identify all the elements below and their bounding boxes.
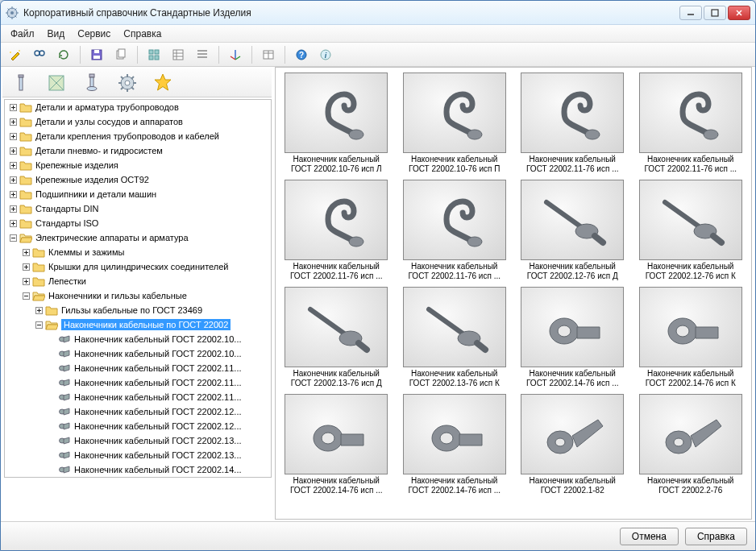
thumbnail-item[interactable]: Наконечник кабельный ГОСТ 22002.12-76 ис… xyxy=(635,180,747,280)
tree-leaf[interactable]: Наконечник кабельный ГОСТ 22002.12... xyxy=(5,419,271,433)
thumbnail-item[interactable]: Наконечник кабельный ГОСТ 22002.14-76 ис… xyxy=(635,287,747,387)
tree-leaf[interactable]: Наконечник кабельный ГОСТ 22002.11... xyxy=(5,390,271,404)
thumbnail-item[interactable]: Наконечник кабельный ГОСТ 22002.11-76 ис… xyxy=(635,72,747,173)
menu-file[interactable]: Файл xyxy=(4,27,41,41)
expander-icon[interactable] xyxy=(8,131,18,141)
menu-service[interactable]: Сервис xyxy=(71,27,117,41)
thumbnail-item[interactable]: Наконечник кабельный ГОСТ 22002.12-76 ис… xyxy=(517,180,629,280)
tb-axes-icon[interactable] xyxy=(224,44,247,65)
tree-folder[interactable]: Детали крепления трубопроводов и кабелей xyxy=(5,129,271,143)
tree-folder[interactable]: Крепежные изделия xyxy=(5,158,271,172)
tb-copy-icon[interactable] xyxy=(110,44,132,65)
expander-icon[interactable] xyxy=(47,436,56,445)
expander-icon[interactable] xyxy=(47,334,56,344)
cancel-button[interactable]: Отмена xyxy=(620,528,679,545)
tree-folder[interactable]: Гильзы кабельные по ГОСТ 23469 xyxy=(5,303,271,317)
tb-view-list-icon[interactable] xyxy=(167,44,189,65)
tree-folder[interactable]: Стандарты DIN xyxy=(5,201,271,216)
tree-folder[interactable]: Детали и узлы сосудов и аппаратов xyxy=(5,114,271,129)
expander-icon[interactable] xyxy=(8,189,18,199)
expander-icon[interactable] xyxy=(21,262,31,271)
tree-folder[interactable]: Стандарты ISO xyxy=(5,216,271,230)
tree-folder[interactable]: Детали и арматура трубопроводов xyxy=(5,100,271,114)
tree-leaf[interactable]: Наконечник кабельный ГОСТ 22002.11... xyxy=(5,361,271,375)
tab-section[interactable] xyxy=(41,69,72,97)
tab-gear[interactable] xyxy=(112,69,143,97)
expander-icon[interactable] xyxy=(8,117,18,126)
expander-icon[interactable] xyxy=(47,407,56,416)
tb-save-icon[interactable] xyxy=(85,44,108,65)
close-button[interactable] xyxy=(728,6,750,20)
tb-view-details-icon[interactable] xyxy=(191,44,214,65)
expander-icon[interactable] xyxy=(21,291,31,300)
expander-icon[interactable] xyxy=(8,204,18,213)
tree-leaf[interactable]: Наконечник кабельный ГОСТ 22002.13... xyxy=(5,448,271,462)
thumbnail-item[interactable]: Наконечник кабельный ГОСТ 22002.11-76 ис… xyxy=(399,180,511,280)
maximize-button[interactable] xyxy=(704,6,726,20)
expander-icon[interactable] xyxy=(8,160,18,170)
tb-view-large-icon[interactable] xyxy=(143,44,165,65)
tb-search-icon[interactable] xyxy=(28,44,51,65)
tree-panel[interactable]: Детали и арматура трубопроводовДетали и … xyxy=(4,99,272,478)
tree-leaf[interactable]: Наконечник кабельный ГОСТ 22002.11... xyxy=(5,375,271,390)
expander-icon[interactable] xyxy=(47,421,56,431)
expander-icon[interactable] xyxy=(8,146,18,155)
tb-refresh-icon[interactable] xyxy=(52,44,75,65)
help-button[interactable]: Справка xyxy=(685,528,747,545)
thumbnail-item[interactable]: Наконечник кабельный ГОСТ 22002.10-76 ис… xyxy=(280,72,393,173)
tree-folder[interactable]: Лепестки xyxy=(5,274,271,288)
tree-folder[interactable]: Наконечники кабельные по ГОСТ 22002 xyxy=(5,317,271,332)
tree-label: Крепежные изделия ОСТ92 xyxy=(35,175,149,184)
tree-folder[interactable]: Наконечники и гильзы кабельные xyxy=(5,288,271,303)
tab-star[interactable] xyxy=(147,69,178,97)
expander-icon[interactable] xyxy=(34,320,44,329)
tree-leaf[interactable]: Наконечник кабельный ГОСТ 22002.14... xyxy=(5,462,271,477)
tree-folder[interactable]: Детали пневмо- и гидросистем xyxy=(5,143,271,158)
expander-icon[interactable] xyxy=(8,102,18,112)
expander-icon[interactable] xyxy=(21,247,31,257)
tree-folder[interactable]: Клеммы и зажимы xyxy=(5,245,271,259)
tree-leaf[interactable]: Наконечник кабельный ГОСТ 22002.10... xyxy=(5,332,271,346)
expander-icon[interactable] xyxy=(47,465,56,474)
expander-icon[interactable] xyxy=(47,363,56,373)
menu-view[interactable]: Вид xyxy=(41,27,72,41)
thumbnail-caption: Наконечник кабельный ГОСТ 22002.11-76 ис… xyxy=(284,262,388,280)
thumbnail-item[interactable]: Наконечник кабельный ГОСТ 22002.13-76 ис… xyxy=(280,287,393,387)
tree-leaf[interactable]: Наконечник кабельный ГОСТ 22002.13... xyxy=(5,433,271,448)
svg-point-58 xyxy=(585,130,600,139)
tree-folder[interactable]: Подшипники и детали машин xyxy=(5,187,271,201)
expander-icon[interactable] xyxy=(47,392,56,402)
tb-help-icon[interactable]: ? xyxy=(290,44,313,65)
tree-folder[interactable]: Крепежные изделия ОСТ92 xyxy=(5,172,271,187)
thumbnail-panel[interactable]: Наконечник кабельный ГОСТ 22002.10-76 ис… xyxy=(275,67,752,520)
tab-bolt[interactable] xyxy=(6,69,36,97)
expander-icon[interactable] xyxy=(8,175,18,184)
expander-icon[interactable] xyxy=(34,305,44,315)
tree-folder[interactable]: Электрические аппараты и арматура xyxy=(5,230,271,245)
expander-icon[interactable] xyxy=(8,233,18,242)
minimize-button[interactable] xyxy=(679,6,702,20)
thumbnail-item[interactable]: Наконечник кабельный ГОСТ 22002.10-76 ис… xyxy=(399,72,511,173)
expander-icon[interactable] xyxy=(8,218,18,228)
expander-icon[interactable] xyxy=(47,349,56,358)
thumbnail-item[interactable]: Наконечник кабельный ГОСТ 22002.14-76 ис… xyxy=(399,394,511,495)
thumbnail-item[interactable]: Наконечник кабельный ГОСТ 22002.14-76 ис… xyxy=(517,287,629,387)
thumbnail-item[interactable]: Наконечник кабельный ГОСТ 22002.2-76 xyxy=(635,394,747,495)
expander-icon[interactable] xyxy=(21,276,31,286)
expander-icon[interactable] xyxy=(47,378,56,387)
expander-icon[interactable] xyxy=(47,450,56,460)
tab-assembly[interactable] xyxy=(77,69,107,97)
thumbnail-item[interactable]: Наконечник кабельный ГОСТ 22002.11-76 ис… xyxy=(517,72,629,173)
tree-leaf[interactable]: Наконечник кабельный ГОСТ 22002.12... xyxy=(5,404,271,419)
thumbnail-item[interactable]: Наконечник кабельный ГОСТ 22002.13-76 ис… xyxy=(399,287,511,387)
tb-info-icon[interactable]: i xyxy=(314,44,337,65)
tb-table-icon[interactable] xyxy=(257,44,280,65)
tb-wizard-icon[interactable] xyxy=(4,44,27,65)
thumbnail-item[interactable]: Наконечник кабельный ГОСТ 22002.11-76 ис… xyxy=(280,180,393,280)
menu-help[interactable]: Справка xyxy=(117,27,168,41)
thumbnail-item[interactable]: Наконечник кабельный ГОСТ 22002.14-76 ис… xyxy=(280,394,393,495)
tree-leaf[interactable]: Наконечник кабельный ГОСТ 22002.10... xyxy=(5,346,271,361)
tree-label: Детали крепления трубопроводов и кабелей xyxy=(35,131,219,141)
tree-folder[interactable]: Крышки для цилиндрических соединителей xyxy=(5,259,271,274)
thumbnail-item[interactable]: Наконечник кабельный ГОСТ 22002.1-82 xyxy=(517,394,629,495)
